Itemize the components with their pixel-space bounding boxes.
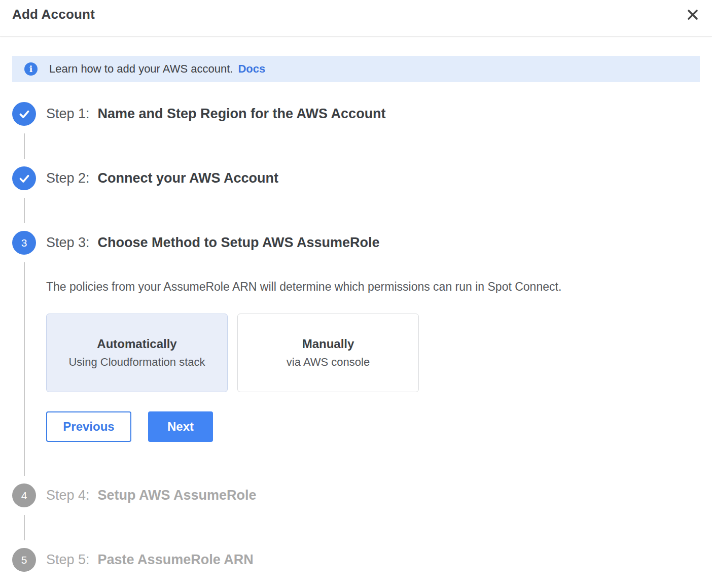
step-1-rail [12, 102, 36, 166]
close-icon [686, 8, 700, 23]
step-2-title: Connect your AWS Account [98, 170, 279, 186]
step-2-prefix: Step 2: [46, 170, 90, 186]
step-connector [24, 515, 25, 540]
step-4: 4 Step 4: Setup AWS AssumeRole [12, 483, 700, 548]
step-3-description: The policies from your AssumeRole ARN wi… [46, 279, 700, 294]
method-card-automatically[interactable]: Automatically Using Cloudformation stack [46, 314, 228, 392]
step-3-number-badge: 3 [12, 231, 36, 255]
step-4-title: Setup AWS AssumeRole [98, 488, 257, 503]
step-3: 3 Step 3: Choose Method to Setup AWS Ass… [12, 231, 700, 483]
next-button[interactable]: Next [148, 411, 213, 442]
page-title: Add Account [12, 7, 95, 22]
step-1-prefix: Step 1: [46, 106, 90, 122]
step-3-rail: 3 [12, 231, 36, 483]
modal-header: Add Account [0, 0, 712, 37]
step-3-header[interactable]: Step 3: Choose Method to Setup AWS Assum… [46, 231, 700, 255]
step-5-prefix: Step 5: [46, 552, 90, 568]
step-5: 5 Step 5: Paste AssumeRole ARN [12, 548, 700, 584]
step-1-title: Name and Step Region for the AWS Account [98, 106, 386, 122]
method-card-title: Manually [302, 337, 354, 351]
step-connector [24, 198, 25, 223]
stepper: Step 1: Name and Step Region for the AWS… [12, 102, 700, 584]
method-card-title: Automatically [97, 337, 176, 351]
step-2: Step 2: Connect your AWS Account [12, 166, 700, 231]
step-1: Step 1: Name and Step Region for the AWS… [12, 102, 700, 166]
step-4-number-badge: 4 [12, 483, 36, 507]
step-2-header[interactable]: Step 2: Connect your AWS Account [46, 166, 700, 190]
info-banner-text: Learn how to add your AWS account. [49, 62, 233, 76]
step-5-title: Paste AssumeRole ARN [98, 552, 254, 568]
step-4-prefix: Step 4: [46, 488, 90, 503]
previous-button[interactable]: Previous [46, 411, 131, 442]
info-banner: i Learn how to add your AWS account. Doc… [12, 56, 700, 82]
step-4-header: Step 4: Setup AWS AssumeRole [46, 483, 700, 507]
info-icon: i [24, 62, 38, 76]
method-card-subtitle: via AWS console [287, 356, 370, 369]
method-card-subtitle: Using Cloudformation stack [68, 356, 205, 369]
method-card-manually[interactable]: Manually via AWS console [237, 314, 419, 392]
step-2-check-icon [12, 166, 36, 190]
step-5-header: Step 5: Paste AssumeRole ARN [46, 548, 700, 572]
step-4-rail: 4 [12, 483, 36, 548]
step-3-title: Choose Method to Setup AWS AssumeRole [98, 235, 380, 251]
step-3-prefix: Step 3: [46, 235, 90, 251]
method-options: Automatically Using Cloudformation stack… [46, 314, 700, 392]
step-3-actions: Previous Next [46, 411, 700, 483]
step-1-check-icon [12, 102, 36, 126]
step-2-rail [12, 166, 36, 231]
modal-body: i Learn how to add your AWS account. Doc… [0, 56, 712, 584]
close-button[interactable] [684, 6, 702, 24]
step-1-header[interactable]: Step 1: Name and Step Region for the AWS… [46, 102, 700, 126]
docs-link[interactable]: Docs [238, 62, 265, 76]
step-5-rail: 5 [12, 548, 36, 584]
step-connector [24, 133, 25, 159]
step-5-number-badge: 5 [12, 548, 36, 572]
step-connector [24, 262, 25, 476]
